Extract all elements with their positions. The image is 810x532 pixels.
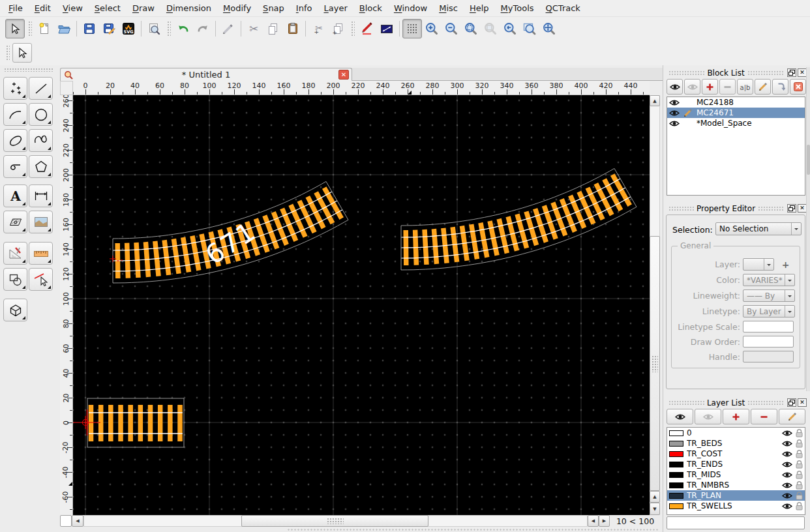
save-button[interactable] <box>80 19 99 38</box>
dimension-tool[interactable] <box>29 185 53 207</box>
draworder-input[interactable] <box>743 336 794 347</box>
layer-list-close-button[interactable]: ✕ <box>798 398 807 407</box>
lock-icon[interactable] <box>796 470 803 479</box>
scroll-left-button-2[interactable]: ◀ <box>588 515 599 527</box>
block-edit-button[interactable] <box>755 79 771 95</box>
menu-select[interactable]: Select <box>89 1 127 15</box>
image-tool[interactable] <box>29 211 53 233</box>
eye-icon[interactable] <box>782 451 792 458</box>
cut-with-reference-button[interactable]: ✂+ <box>308 19 328 38</box>
zoom-out-button[interactable] <box>442 19 461 38</box>
polyline-tool[interactable] <box>3 155 27 178</box>
shapes-tool[interactable] <box>3 268 27 291</box>
selection-combo[interactable]: No Selection <box>715 222 802 235</box>
lock-icon[interactable] <box>796 428 803 437</box>
menu-modify[interactable]: Modify <box>217 1 257 15</box>
block-hide-all-button[interactable] <box>684 79 700 95</box>
toolbar-drag-handle[interactable] <box>5 44 10 61</box>
circle-tool[interactable] <box>29 103 53 126</box>
layer-hide-all-button[interactable] <box>695 409 721 424</box>
block-show-all-button[interactable] <box>667 79 683 95</box>
copy-button[interactable] <box>263 19 283 38</box>
add-layer-button[interactable]: + <box>781 259 790 269</box>
points-tool[interactable] <box>3 77 27 100</box>
block-list-drag-handle[interactable] <box>668 70 704 75</box>
layer-list-drag-handle[interactable] <box>668 400 704 405</box>
property-editor-float-button[interactable] <box>787 204 796 213</box>
document-tab[interactable]: * Untitled 1 ✕ <box>60 68 352 81</box>
eye-icon[interactable] <box>782 492 792 499</box>
menu-info[interactable]: Info <box>290 1 318 15</box>
menu-layer[interactable]: Layer <box>318 1 353 15</box>
layer-edit-button[interactable] <box>779 409 805 424</box>
save-as-button[interactable] <box>99 19 119 38</box>
palette-drag-handle[interactable] <box>4 68 53 72</box>
block-add-button[interactable] <box>702 79 718 95</box>
lock-icon[interactable] <box>796 439 803 448</box>
redo-button[interactable] <box>193 19 213 38</box>
eye-icon[interactable] <box>669 120 680 127</box>
scroll-up-button[interactable]: ▲ <box>650 95 660 106</box>
zoom-redraw-button[interactable] <box>500 19 520 38</box>
spline-tool[interactable] <box>29 129 53 152</box>
menu-draw[interactable]: Draw <box>127 1 160 15</box>
eye-icon[interactable] <box>782 440 792 447</box>
command-line-input[interactable] <box>667 516 805 529</box>
paste-button[interactable] <box>283 19 303 38</box>
block-list-drag-handle-2[interactable] <box>747 70 783 75</box>
menu-dimension[interactable]: Dimension <box>160 1 217 15</box>
zoom-pan-button[interactable] <box>539 19 559 38</box>
open-document-button[interactable] <box>54 19 74 38</box>
menu-block[interactable]: Block <box>353 1 388 15</box>
toolbar-drag-handle[interactable] <box>166 20 171 37</box>
new-document-button[interactable] <box>35 19 54 38</box>
layer-add-button[interactable] <box>723 409 749 424</box>
menu-view[interactable]: View <box>57 1 89 15</box>
undo-button[interactable] <box>173 19 193 38</box>
ellipse-tool[interactable] <box>3 129 27 152</box>
menu-help[interactable]: Help <box>464 1 495 15</box>
lock-icon[interactable] <box>796 449 803 458</box>
scroll-down-button[interactable]: ▼ <box>650 503 660 515</box>
layer-row-0[interactable]: 0 <box>667 428 805 438</box>
drawing-canvas[interactable]: 671 <box>73 95 650 515</box>
menu-misc[interactable]: Misc <box>433 1 464 15</box>
lock-icon[interactable] <box>796 480 803 490</box>
lock-icon[interactable] <box>796 491 803 500</box>
menu-file[interactable]: File <box>3 1 29 15</box>
layer-row-TR_COST[interactable]: TR_COST <box>667 449 805 459</box>
horizontal-scrollbar-thumb[interactable] <box>241 515 428 527</box>
layer-row-TR_BEDS[interactable]: TR_BEDS <box>667 438 805 449</box>
solid-tool[interactable] <box>3 299 27 321</box>
eye-icon[interactable] <box>782 461 792 468</box>
zoom-in-button[interactable] <box>422 19 442 38</box>
block-row-*Model_Space[interactable]: *Model_Space <box>667 118 805 128</box>
export-svg-button[interactable]: SVG <box>119 19 138 38</box>
scroll-left-button[interactable]: ◀ <box>72 515 83 527</box>
vertical-scrollbar-thumb[interactable] <box>650 236 660 491</box>
grid-toggle-button[interactable] <box>402 19 422 38</box>
block-list-float-button[interactable] <box>787 68 796 77</box>
toolbar-drag-handle[interactable] <box>27 20 32 37</box>
block-insert-button[interactable] <box>772 79 788 95</box>
eye-icon[interactable] <box>782 430 792 437</box>
layer-row-TR_MIDS[interactable]: TR_MIDS <box>667 469 805 480</box>
menu-snap[interactable]: Snap <box>257 1 290 15</box>
text-tool[interactable]: A <box>3 185 27 207</box>
zoom-window-button[interactable] <box>520 19 539 38</box>
polygon-tool[interactable] <box>29 155 53 178</box>
measure-tool[interactable] <box>3 242 27 265</box>
eye-icon[interactable] <box>782 503 792 510</box>
property-editor-drag-handle[interactable] <box>668 206 694 211</box>
layer-list-drag-handle-2[interactable] <box>747 400 783 405</box>
scroll-up-button-2[interactable]: ▲ <box>650 491 660 503</box>
revert-button[interactable] <box>218 19 238 38</box>
select-pointer-button[interactable] <box>12 43 32 63</box>
property-editor-close-button[interactable]: ✕ <box>798 204 807 213</box>
block-row-MC24671[interactable]: MC24671 <box>667 108 805 118</box>
block-delete-button[interactable] <box>790 79 806 95</box>
layer-row-TR_ENDS[interactable]: TR_ENDS <box>667 459 805 469</box>
draw-order-button[interactable] <box>357 19 377 38</box>
layer-list-float-button[interactable] <box>787 398 796 407</box>
scroll-right-button[interactable]: ▶ <box>599 515 610 527</box>
